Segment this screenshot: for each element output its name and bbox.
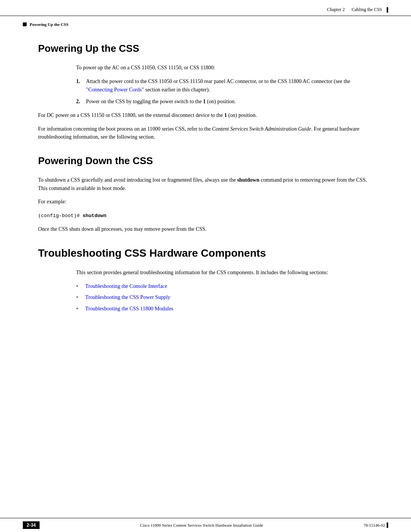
bullet-link-2[interactable]: Troubleshooting the CSS Power Supply xyxy=(85,293,170,302)
step-2-text: Power on the CSS by toggling the power s… xyxy=(86,97,373,106)
powering-down-after-code: Once the CSS shuts down all processes, y… xyxy=(38,225,373,233)
powering-down-para-2: For example: xyxy=(38,198,373,206)
bullet-link-3[interactable]: Troubleshooting the CSS 11800 Modules xyxy=(85,305,174,313)
chapter-label: Chapter 2 xyxy=(327,7,345,12)
code-command: shutdown xyxy=(83,213,106,219)
step-1-plain: Attach the power cord to the CSS 11050 o… xyxy=(86,78,350,84)
footer-right: 78-15146-02 xyxy=(363,522,388,528)
heading-powering-down: Powering Down the CSS xyxy=(38,155,373,167)
sidebar-square-icon xyxy=(23,22,27,26)
footer-left: 2-34 xyxy=(23,522,40,528)
chapter-title: Cabling the CSS xyxy=(352,7,382,12)
header-bar-right xyxy=(387,7,388,13)
code-block: (config-boot)# shutdown xyxy=(38,211,373,220)
code-prefix: (config-boot)# xyxy=(38,213,83,219)
bullet-dot-3: • xyxy=(76,304,81,314)
heading-troubleshooting-hw: Troubleshooting CSS Hardware Components xyxy=(38,247,373,259)
bullet-item-3: • Troubleshooting the CSS 11800 Modules xyxy=(76,305,373,314)
page-header: Chapter 2 Cabling the CSS xyxy=(0,0,411,16)
step-2: 2. Power on the CSS by toggling the powe… xyxy=(76,97,373,106)
heading-powering-up: Powering Up the CSS xyxy=(38,43,373,54)
step-1-num: 1. xyxy=(76,77,82,94)
bullet-link-1[interactable]: Troubleshooting the Console Interface xyxy=(85,282,167,291)
bullet-text-2: Troubleshooting the CSS Power Supply xyxy=(85,294,170,300)
section-troubleshooting-hw: Troubleshooting CSS Hardware Components … xyxy=(38,247,373,314)
troubleshooting-bullet-list: • Troubleshooting the Console Interface … xyxy=(76,282,373,314)
bullet-item-1: • Troubleshooting the Console Interface xyxy=(76,282,373,291)
main-content: Powering Up the CSS To power up the AC o… xyxy=(0,24,411,342)
sidebar-marker: Powering Up the CSS xyxy=(23,22,68,27)
step-1-after: section earlier in this chapter). xyxy=(144,87,210,93)
footer-center-text: Cisco 11000 Series Content Services Swit… xyxy=(40,523,363,527)
page-number: 2-34 xyxy=(23,521,40,529)
page-container: Chapter 2 Cabling the CSS Powering Up th… xyxy=(0,0,411,532)
step-2-num: 2. xyxy=(76,97,82,106)
powering-up-steps: 1. Attach the power cord to the CSS 1105… xyxy=(76,77,373,106)
section-powering-down: Powering Down the CSS To shutdown a CSS … xyxy=(38,155,373,233)
step-1-link[interactable]: "Connecting Power Cords" xyxy=(86,87,144,93)
bullet-text-1: Troubleshooting the Console Interface xyxy=(85,283,167,289)
sidebar-label: Powering Up the CSS xyxy=(30,22,68,27)
step-1: 1. Attach the power cord to the CSS 1105… xyxy=(76,77,373,94)
bullet-dot-2: • xyxy=(76,293,81,302)
footer-bar-icon xyxy=(387,522,388,528)
page-footer: 2-34 Cisco 11000 Series Content Services… xyxy=(0,518,411,532)
step-1-link-text: "Connecting Power Cords" xyxy=(86,87,144,93)
bullet-text-3: Troubleshooting the CSS 11800 Modules xyxy=(85,306,174,312)
step-1-text: Attach the power cord to the CSS 11050 o… xyxy=(86,77,373,94)
powering-down-para-1: To shutdown a CSS gracefully and avoid i… xyxy=(38,176,373,192)
bullet-dot-1: • xyxy=(76,282,81,291)
header-chapter: Chapter 2 Cabling the CSS xyxy=(327,7,388,13)
section-powering-up: Powering Up the CSS To power up the AC o… xyxy=(38,43,373,141)
powering-up-intro: To power up the AC on a CSS 11050, CSS 1… xyxy=(76,64,373,72)
footer-doc-number: 78-15146-02 xyxy=(363,523,385,527)
powering-up-para-1: For DC power on a CSS 11150 or CSS 11800… xyxy=(38,111,373,120)
troubleshooting-intro: This section provides general troublesho… xyxy=(76,268,373,277)
bullet-item-2: • Troubleshooting the CSS Power Supply xyxy=(76,293,373,302)
powering-up-para-2: For information concerning the boot proc… xyxy=(38,125,373,141)
